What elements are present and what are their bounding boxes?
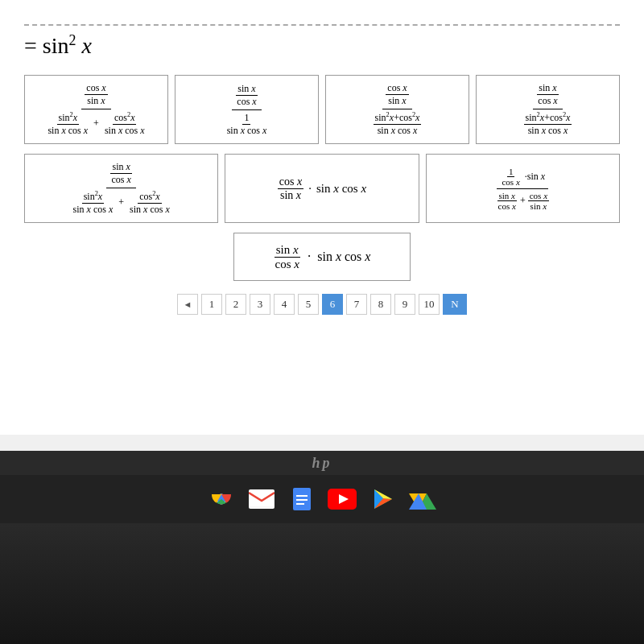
page-3[interactable]: 3 [250, 294, 270, 315]
answer-box-1[interactable]: cos x sin x sin2x sin x cos x + cos2x si… [24, 75, 168, 144]
page-2[interactable]: 2 [225, 294, 246, 315]
answer-box-8[interactable]: sin x cos x · sin x cos x [233, 233, 411, 281]
hp-logo: hp [312, 455, 332, 472]
answer-box-4[interactable]: sin x cos x sin2x+cos2x sin x cos x [476, 75, 620, 144]
page-10[interactable]: 10 [419, 294, 440, 315]
answer-grid-row1: cos x sin x sin2x sin x cos x + cos2x si… [24, 75, 620, 144]
page-7[interactable]: 7 [346, 294, 367, 315]
youtube-icon[interactable] [328, 485, 357, 514]
chrome-icon[interactable] [207, 485, 236, 514]
page-5[interactable]: 5 [298, 294, 319, 315]
gmail-icon[interactable] [247, 485, 276, 514]
answer-box-6[interactable]: cos x sin x · sin x cos x [225, 154, 419, 223]
header-equation: = sin2 x [24, 24, 620, 59]
page-9[interactable]: 9 [394, 294, 415, 315]
answer-row3: sin x cos x · sin x cos x [24, 233, 620, 281]
answer-box-2[interactable]: sin x cos x 1 sin x cos x [175, 75, 319, 144]
keyboard-area [0, 523, 644, 644]
svg-rect-5 [296, 499, 308, 501]
page-1[interactable]: 1 [201, 294, 222, 315]
answer-box-3[interactable]: cos x sin x sin2x+cos2x sin x cos x [325, 75, 469, 144]
answer-grid-row2: sin x cos x sin2x sin x cos x + cos2x si… [24, 154, 620, 223]
taskbar [0, 475, 644, 523]
page-6[interactable]: 6 [322, 294, 343, 315]
docs-icon[interactable] [287, 485, 316, 514]
page-8[interactable]: 8 [370, 294, 391, 315]
prev-button[interactable]: ◄ [177, 294, 198, 315]
page-4[interactable]: 4 [274, 294, 295, 315]
play-store-icon[interactable] [368, 485, 397, 514]
svg-rect-4 [296, 495, 308, 497]
answer-box-5[interactable]: sin x cos x sin2x sin x cos x + cos2x si… [24, 154, 218, 223]
pagination: ◄ 1 2 3 4 5 6 7 8 9 10 N [24, 294, 620, 315]
next-button[interactable]: N [443, 294, 467, 315]
answer-box-7[interactable]: 1 cos x ·sin x sin x cos x + cos x [426, 154, 620, 223]
svg-rect-6 [296, 503, 304, 505]
drive-icon[interactable] [408, 485, 437, 514]
